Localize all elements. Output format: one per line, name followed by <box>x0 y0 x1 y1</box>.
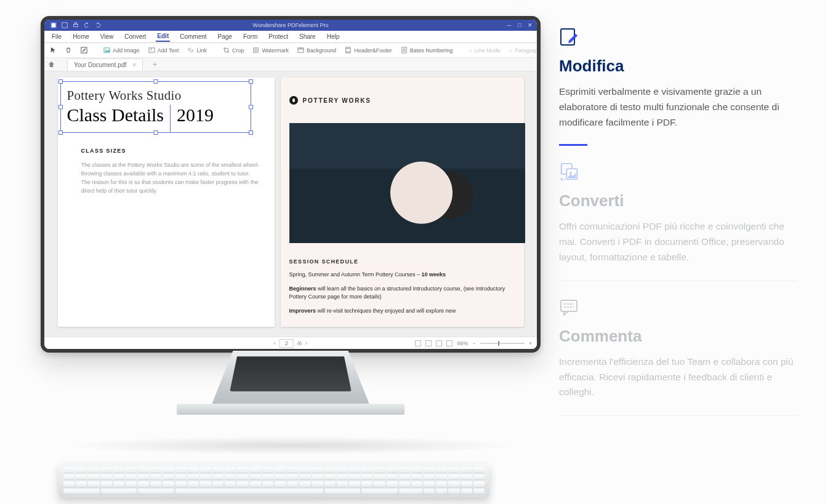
svg-rect-21 <box>561 29 574 45</box>
watermark-icon <box>252 47 259 54</box>
select-tool[interactable] <box>48 47 58 54</box>
resize-handle[interactable] <box>249 130 253 135</box>
feature-title: Modifica <box>559 57 797 76</box>
home-tab-icon[interactable] <box>48 61 55 68</box>
menu-view[interactable]: View <box>99 32 115 41</box>
schedule-line: Spring, Summer and Autumn Term Pottery C… <box>289 271 515 279</box>
doc-year[interactable]: 2019 <box>170 105 220 132</box>
bates-label: Bates Numbering <box>410 47 453 54</box>
section-heading: SESSION SCHEDULE <box>289 258 515 265</box>
pan-tool[interactable] <box>63 47 74 54</box>
monitor: Wondershare PDFelement Pro ─ □ ✕ File Ho… <box>41 16 541 353</box>
resize-handle[interactable] <box>58 130 63 135</box>
window-title: Wondershare PDFelement Pro <box>44 22 537 28</box>
crop-icon <box>223 47 230 54</box>
page-next[interactable]: › <box>305 340 307 346</box>
text-edit-selection[interactable]: Pottery Works Studio Class Details 2019 <box>60 81 251 133</box>
status-bar: ‹ 2 /6 › 66% − + <box>44 337 537 349</box>
keyboard <box>58 463 489 498</box>
edit-feature-icon <box>559 27 580 48</box>
zoom-out[interactable]: − <box>472 340 475 346</box>
paragraph-mode-toggle[interactable]: ○ Paragraph Mode <box>507 47 541 54</box>
resize-handle[interactable] <box>249 105 253 109</box>
add-text-button[interactable]: TAdd Text <box>147 47 181 54</box>
background-button[interactable]: Background <box>296 47 338 54</box>
crop-button[interactable]: Crop <box>221 47 246 54</box>
menu-file[interactable]: File <box>50 32 63 41</box>
link-label: Link <box>196 47 207 54</box>
menu-share[interactable]: Share <box>298 32 317 41</box>
schedule-line: Improvers will re-visit techniques they … <box>289 307 515 315</box>
resize-handle[interactable] <box>58 105 63 109</box>
section-heading: CLASS SIZES <box>81 148 260 154</box>
cursor-icon <box>50 47 57 54</box>
hero-image <box>289 123 525 243</box>
image-icon <box>103 47 110 54</box>
view-thumbnails-icon[interactable] <box>446 340 453 346</box>
brand-logo: POTTERY WORKS <box>289 96 371 105</box>
doc-subtitle[interactable]: Pottery Works Studio <box>61 82 251 105</box>
menu-edit[interactable]: Edit <box>156 31 170 42</box>
svg-rect-10 <box>254 48 258 52</box>
watermark-button[interactable]: Watermark <box>251 47 291 54</box>
view-continuous-icon[interactable] <box>425 340 432 346</box>
schedule-line: Beginners will learn all the basics on a… <box>289 285 515 301</box>
text-icon: T <box>148 47 155 54</box>
toolbar: Add Image TAdd Text Link Crop Watermark … <box>44 43 537 58</box>
document-canvas[interactable]: Pottery Works Studio Class Details 2019 <box>44 71 537 337</box>
comment-feature-icon <box>559 297 580 318</box>
menu-comment[interactable]: Comment <box>179 32 207 41</box>
add-image-button[interactable]: Add Image <box>102 47 142 54</box>
resize-handle[interactable] <box>153 79 158 84</box>
feature-title: Commenta <box>559 327 797 346</box>
headerfooter-icon <box>345 47 352 54</box>
feature-commenta[interactable]: Commenta Incrementa l'efficienza del tuo… <box>559 297 797 416</box>
monitor-stand <box>167 353 414 451</box>
feature-description: Offri comunicazioni PDF più ricche e coi… <box>559 219 797 265</box>
maximize-button[interactable]: □ <box>517 22 523 28</box>
zoom-in[interactable]: + <box>529 340 532 346</box>
bates-button[interactable]: Bates Numbering <box>399 47 455 54</box>
watermark-label: Watermark <box>262 47 289 54</box>
line-mode-label: Line Mode <box>475 47 501 54</box>
menu-protect[interactable]: Protect <box>267 32 289 41</box>
hand-icon <box>65 47 72 54</box>
close-button[interactable]: ✕ <box>527 22 533 28</box>
line-mode-toggle[interactable]: ○ Line Mode <box>467 47 502 54</box>
new-tab-button[interactable]: + <box>153 60 157 69</box>
tab-filename: Your Document.pdf <box>74 62 126 68</box>
menu-home[interactable]: Home <box>71 32 91 41</box>
view-single-icon[interactable] <box>415 340 421 346</box>
menu-help[interactable]: Help <box>326 32 341 41</box>
svg-rect-14 <box>346 47 350 53</box>
document-tab[interactable]: Your Document.pdf × <box>67 58 143 71</box>
background-label: Background <box>307 47 336 54</box>
menu-convert[interactable]: Convert <box>123 32 147 41</box>
doc-title[interactable]: Class Details <box>61 105 171 132</box>
add-image-label: Add Image <box>113 47 140 54</box>
zoom-slider[interactable] <box>480 343 525 344</box>
link-button[interactable]: Link <box>185 47 209 54</box>
section-paragraph: The classes at the Pottery Works Studio … <box>81 161 260 196</box>
resize-handle[interactable] <box>153 130 158 135</box>
resize-handle[interactable] <box>249 79 253 84</box>
bates-icon <box>401 47 408 54</box>
feature-description: Esprimiti verbalmente e visivamente graz… <box>559 84 797 130</box>
resize-handle[interactable] <box>58 79 63 84</box>
feature-converti[interactable]: Converti Offri comunicazioni PDF più ric… <box>559 162 797 281</box>
headerfooter-button[interactable]: Header&Footer <box>343 47 394 54</box>
titlebar: Wondershare PDFelement Pro ─ □ ✕ <box>44 20 537 31</box>
feature-modifica[interactable]: Modifica Esprimiti verbalmente e visivam… <box>559 27 797 146</box>
tab-close-icon[interactable]: × <box>132 62 136 68</box>
page-number[interactable]: 2 <box>280 339 294 348</box>
menu-form[interactable]: Form <box>242 32 259 41</box>
headerfooter-label: Header&Footer <box>354 47 392 54</box>
edit-icon <box>81 47 87 54</box>
feature-title: Converti <box>559 191 797 210</box>
menu-page[interactable]: Page <box>217 32 233 41</box>
page-prev[interactable]: ‹ <box>274 340 276 346</box>
edit-text-tool[interactable] <box>79 47 89 54</box>
view-facing-icon[interactable] <box>436 340 442 346</box>
minimize-button[interactable]: ─ <box>506 22 512 28</box>
svg-text:T: T <box>150 48 152 52</box>
